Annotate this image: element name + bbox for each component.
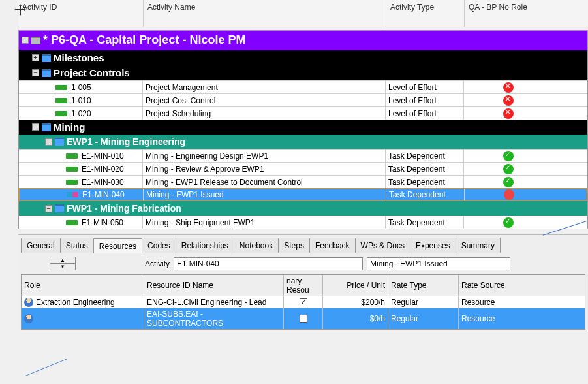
rate-text: Regular (388, 308, 459, 329)
collapse-icon[interactable]: − (22, 37, 29, 44)
activity-type: Level of Effort (386, 81, 464, 93)
collapse-icon[interactable]: − (32, 123, 39, 131)
status-green-icon (503, 177, 514, 187)
move-cursor-icon (14, 4, 26, 16)
wbs-milestones-label: Milestones (54, 52, 104, 63)
activity-type: Task Dependent (386, 176, 464, 188)
activity-name: Mining - EWP1 Issued (144, 189, 386, 200)
activity-name-field[interactable] (367, 257, 510, 270)
primary-checkbox[interactable] (300, 315, 307, 323)
col-rate-source[interactable]: Rate Source (459, 275, 544, 296)
status-red-icon (503, 95, 514, 106)
col-qa-role[interactable]: QA - BP No Role (465, 0, 555, 27)
project-title: * P6-QA - Capital Project - Nicole PM (43, 33, 245, 47)
tab-general[interactable]: General (21, 238, 61, 253)
col-resource-id[interactable]: Resource ID Name (144, 275, 284, 296)
activity-id-field[interactable] (174, 257, 363, 270)
collapse-icon[interactable]: − (45, 138, 52, 146)
activity-name: Project Management (143, 81, 386, 93)
activity-type: Task Dependent (386, 189, 465, 200)
activity-row-selected[interactable]: E1-MIN-040 Mining - EWP1 Issued Task Dep… (19, 188, 587, 201)
status-green-icon (503, 151, 514, 161)
activity-id: E1-MIN-030 (82, 178, 124, 187)
tab-feedback[interactable]: Feedback (309, 238, 356, 253)
col-rate-type[interactable]: Rate Type (388, 275, 459, 296)
rate-text: Regular (388, 296, 459, 308)
project-band[interactable]: − * P6-QA - Capital Project - Nicole PM (19, 31, 587, 50)
resource-row-selected[interactable]: EAI-SUBS.EAI - SUBCONTRACTORS $0/h Regul… (22, 308, 585, 329)
activity-name: Mining - Review & Approve EWP1 (143, 163, 386, 175)
wbs-fwp1-label: FWP1 - Mining Fabrication (67, 203, 181, 214)
tab-notebook[interactable]: Notebook (234, 238, 279, 253)
activity-id: E1-MIN-020 (82, 165, 124, 174)
wbs-folder-icon (42, 54, 51, 62)
activity-name: Mining - Engineering Design EWP1 (143, 150, 386, 162)
activity-row[interactable]: F1-MIN-050 Mining - Ship Equipment FWP1 … (19, 216, 587, 229)
person-icon (24, 314, 33, 323)
activity-row[interactable]: E1-MIN-030 Mining - EWP1 Release to Docu… (19, 175, 587, 188)
status-red-icon (504, 189, 514, 200)
resource-id-text: ENG-CI-L.Civil Engineering - Lead (144, 296, 284, 308)
collapse-icon[interactable]: − (45, 205, 52, 212)
col-activity-type[interactable]: Activity Type (386, 0, 465, 27)
activity-bar-icon (66, 220, 78, 225)
spinner-up-icon[interactable]: ▲ (50, 257, 75, 264)
wbs-ewp1[interactable]: − EWP1 - Mining Engineering (19, 135, 587, 149)
activity-bar-icon (55, 85, 67, 90)
col-activity-id[interactable]: Activity ID (18, 0, 144, 27)
collapse-icon[interactable]: − (32, 69, 39, 76)
tab-steps[interactable]: Steps (278, 238, 310, 253)
wbs-mining[interactable]: − Mining (19, 120, 587, 135)
activity-type: Task Dependent (386, 150, 464, 162)
rate-source-text: Resource (459, 308, 544, 329)
column-headers: Activity ID Activity Name Activity Type … (18, 0, 588, 27)
col-primary[interactable]: nary Resou (284, 275, 323, 296)
status-green-icon (503, 164, 514, 174)
detail-tabs: General Status Resources Codes Relations… (18, 235, 588, 253)
tab-summary[interactable]: Summary (456, 238, 501, 253)
tab-relationships[interactable]: Relationships (176, 238, 234, 253)
activity-row[interactable]: E1-MIN-010 Mining - Engineering Design E… (19, 149, 587, 162)
activity-id: 1-020 (71, 109, 91, 118)
activity-row[interactable]: 1-005 Project Management Level of Effort (19, 80, 587, 93)
activity-row[interactable]: E1-MIN-020 Mining - Review & Approve EWP… (19, 162, 587, 175)
col-role[interactable]: Role (22, 275, 144, 296)
activity-type: Task Dependent (386, 163, 464, 175)
wbs-milestones[interactable]: + Milestones (19, 50, 587, 65)
price-text: $0/h (323, 308, 388, 329)
wbs-folder-icon (55, 138, 64, 146)
tab-expenses[interactable]: Expenses (410, 238, 456, 253)
tab-status[interactable]: Status (60, 238, 94, 253)
wbs-fwp1[interactable]: − FWP1 - Mining Fabrication (19, 201, 587, 216)
activity-nav-spinner[interactable]: ▲ ▼ (50, 257, 76, 270)
activity-bar-icon (55, 111, 67, 116)
wbs-folder-icon (55, 204, 64, 212)
resources-grid: Role Resource ID Name nary Resou Price /… (21, 274, 585, 330)
col-price[interactable]: Price / Unit (323, 275, 388, 296)
rate-source-text: Resource (459, 296, 544, 308)
wbs-project-controls[interactable]: − Project Controls (19, 65, 587, 80)
tab-codes[interactable]: Codes (142, 238, 176, 253)
spinner-down-icon[interactable]: ▼ (50, 264, 75, 270)
wbs-folder-icon (42, 123, 51, 131)
tab-resources[interactable]: Resources (93, 238, 142, 253)
activity-row[interactable]: 1-010 Project Cost Control Level of Effo… (19, 93, 587, 106)
activities-grid: − * P6-QA - Capital Project - Nicole PM … (18, 30, 588, 229)
activity-name: Mining - Ship Equipment FWP1 (143, 216, 386, 229)
expand-icon[interactable]: + (32, 54, 39, 61)
resource-id-text: EAI-SUBS.EAI - SUBCONTRACTORS (144, 308, 284, 329)
resource-row[interactable]: Extraction Engineering ENG-CI-L.Civil En… (22, 296, 585, 308)
activity-bar-icon (66, 167, 78, 172)
activity-id: 1-005 (71, 83, 91, 92)
activity-name: Mining - EWP1 Release to Document Contro… (143, 176, 386, 188)
col-activity-name[interactable]: Activity Name (144, 0, 386, 27)
activity-type: Level of Effort (386, 107, 464, 120)
tab-wps-docs[interactable]: WPs & Docs (355, 238, 410, 253)
activity-bar-icon (66, 153, 78, 159)
status-green-icon (503, 217, 514, 228)
wbs-folder-icon (42, 69, 51, 77)
primary-checkbox[interactable]: ✓ (300, 298, 307, 306)
activity-name: Project Scheduling (143, 107, 386, 120)
activity-row[interactable]: 1-020 Project Scheduling Level of Effort (19, 106, 587, 120)
activity-type: Level of Effort (386, 94, 464, 106)
